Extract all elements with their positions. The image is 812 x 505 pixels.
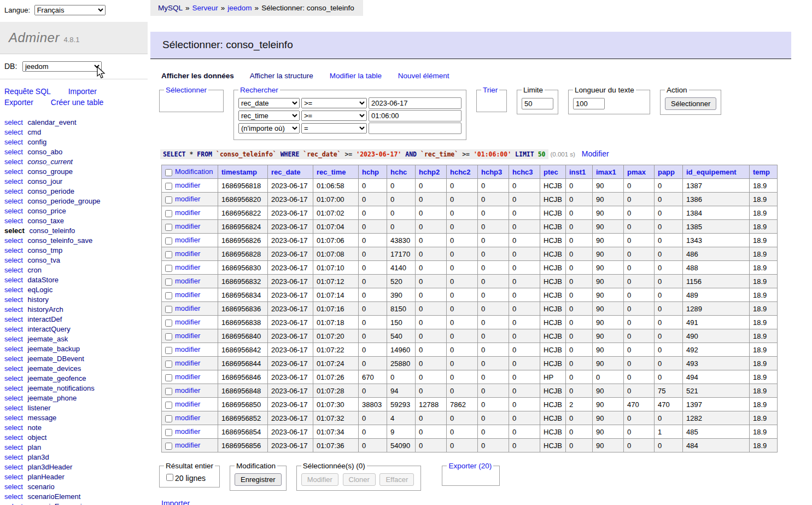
table-select-link-scenario[interactable]: select [4, 483, 23, 491]
column-sort-link-hchp[interactable]: hchp [362, 168, 379, 176]
table-select-link-jeemate_ask[interactable]: select [4, 335, 23, 343]
row-checkbox-19[interactable] [165, 443, 172, 450]
table-select-link-jeemate_geofence[interactable]: select [4, 374, 23, 382]
search-legend-link[interactable]: Rechercher [240, 86, 278, 94]
language-select[interactable]: Français [34, 5, 106, 15]
save-button[interactable]: Enregistrer [235, 473, 282, 486]
row-modifier-link-14[interactable]: modifier [175, 373, 200, 381]
column-sort-link-inst1[interactable]: inst1 [569, 168, 586, 176]
table-name-link-calendar_event[interactable]: calendar_event [28, 118, 77, 126]
modification-header-link[interactable]: Modification [175, 167, 213, 176]
table-select-link-jeemate_backup[interactable]: select [4, 345, 23, 353]
row-checkbox-12[interactable] [165, 347, 172, 354]
table-name-link-jeemate_backup[interactable]: jeemate_backup [28, 345, 80, 353]
table-select-link-conso_current[interactable]: select [4, 158, 23, 166]
search-value-input-0[interactable] [369, 97, 462, 109]
table-name-link-scenarioExpression[interactable]: scenarioExpression [28, 502, 90, 505]
table-name-link-conso_tmp[interactable]: conso_tmp [28, 246, 63, 254]
table-name-link-plan3dHeader[interactable]: plan3dHeader [28, 463, 73, 471]
tab-show-structure[interactable]: Afficher la structure [250, 72, 313, 80]
row-checkbox-3[interactable] [165, 224, 172, 231]
row-modifier-link-18[interactable]: modifier [175, 427, 200, 436]
table-name-link-cmd[interactable]: cmd [28, 128, 42, 136]
sql-edit-link[interactable]: Modifier [582, 149, 609, 158]
table-select-link-history[interactable]: select [4, 295, 23, 304]
column-sort-link-hchp2[interactable]: hchp2 [419, 168, 440, 176]
table-name-link-conso_groupe[interactable]: conso_groupe [28, 167, 73, 176]
table-select-link-conso_periode_groupe[interactable]: select [4, 197, 23, 205]
row-modifier-link-17[interactable]: modifier [175, 414, 200, 422]
row-modifier-link-0[interactable]: modifier [175, 181, 200, 189]
edit-selected-button[interactable]: Modifier [301, 473, 338, 486]
table-name-link-interactDef[interactable]: interactDef [28, 315, 62, 323]
table-select-link-plan3d[interactable]: select [4, 453, 23, 461]
table-select-link-note[interactable]: select [4, 423, 23, 432]
tab-show-data[interactable]: Afficher les données [161, 72, 234, 80]
row-modifier-link-13[interactable]: modifier [175, 359, 200, 367]
table-name-link-jeemate_DBevent[interactable]: jeemate_DBevent [28, 355, 84, 363]
row-checkbox-7[interactable] [165, 278, 172, 286]
table-name-link-conso_tva[interactable]: conso_tva [28, 256, 60, 264]
table-name-link-plan[interactable]: plan [28, 443, 42, 451]
column-sort-link-hchc2[interactable]: hchc2 [450, 168, 471, 176]
table-name-link-object[interactable]: object [28, 433, 47, 442]
table-name-link-conso_taxe[interactable]: conso_taxe [28, 217, 65, 225]
row-modifier-link-19[interactable]: modifier [175, 441, 200, 449]
row-modifier-link-1[interactable]: modifier [175, 195, 200, 203]
row-checkbox-18[interactable] [165, 429, 172, 436]
row-modifier-link-11[interactable]: modifier [175, 332, 200, 340]
search-column-select-2[interactable]: (n'importe où) [238, 123, 300, 133]
table-name-link-conso_teleinfo_save[interactable]: conso_teleinfo_save [28, 236, 93, 245]
table-name-link-history[interactable]: history [28, 295, 49, 304]
tab-new-item[interactable]: Nouvel élément [398, 72, 449, 80]
table-name-link-plan3d[interactable]: plan3d [28, 453, 49, 461]
table-name-link-scenarioElement[interactable]: scenarioElement [28, 492, 81, 501]
table-select-link-conso_teleinfo_save[interactable]: select [4, 236, 23, 245]
column-sort-link-hchc3[interactable]: hchc3 [512, 168, 533, 176]
tab-alter-table[interactable]: Modifier la table [330, 72, 382, 80]
table-select-link-config[interactable]: select [4, 138, 23, 146]
row-modifier-link-16[interactable]: modifier [175, 400, 200, 408]
table-name-link-eqLogic[interactable]: eqLogic [28, 286, 53, 294]
table-select-link-jeemate_notifications[interactable]: select [4, 384, 23, 392]
sort-legend-link[interactable]: Trier [483, 86, 498, 94]
sql-query-link[interactable]: Requête SQL [4, 87, 51, 96]
table-name-link-scenario[interactable]: scenario [28, 483, 55, 491]
delete-selected-button[interactable]: Effacer [379, 473, 414, 486]
row-modifier-link-12[interactable]: modifier [175, 345, 200, 353]
column-sort-link-id_equipement[interactable]: id_equipement [686, 168, 737, 176]
row-modifier-link-9[interactable]: modifier [175, 304, 200, 312]
column-sort-link-hchp3[interactable]: hchp3 [481, 168, 502, 176]
row-checkbox-15[interactable] [165, 388, 172, 395]
row-modifier-link-5[interactable]: modifier [175, 249, 200, 258]
search-operator-select-1[interactable]: >= [301, 111, 367, 121]
table-select-link-interactQuery[interactable]: select [4, 325, 23, 333]
row-modifier-link-8[interactable]: modifier [175, 291, 200, 299]
column-sort-link-papp[interactable]: papp [658, 168, 675, 176]
table-select-link-plan[interactable]: select [4, 443, 23, 451]
search-operator-select-0[interactable]: >= [301, 98, 367, 108]
table-select-link-scenarioExpression[interactable]: select [4, 502, 23, 505]
table-name-link-conso_periode[interactable]: conso_periode [28, 187, 74, 195]
row-modifier-link-2[interactable]: modifier [175, 208, 200, 217]
table-select-link-conso_tmp[interactable]: select [4, 246, 23, 254]
table-select-link-conso_groupe[interactable]: select [4, 167, 23, 176]
row-checkbox-10[interactable] [165, 320, 172, 327]
row-modifier-link-6[interactable]: modifier [175, 263, 200, 271]
limit-input[interactable] [522, 98, 553, 109]
column-sort-link-temp[interactable]: temp [753, 168, 770, 176]
select-all-checkbox[interactable] [165, 169, 172, 176]
table-select-link-listener[interactable]: select [4, 404, 23, 412]
column-sort-link-imax1[interactable]: imax1 [596, 168, 616, 176]
export-link-sidebar[interactable]: Exporter [4, 98, 33, 107]
row-checkbox-0[interactable] [165, 183, 172, 190]
search-value-input-2[interactable] [369, 123, 462, 134]
breadcrumb-database[interactable]: jeedom [227, 4, 252, 12]
table-name-link-conso_current[interactable]: conso_current [28, 158, 73, 166]
table-select-link-planHeader[interactable]: select [4, 473, 23, 481]
table-select-link-cron[interactable]: select [4, 266, 23, 274]
column-sort-link-ptec[interactable]: ptec [544, 168, 558, 176]
row-checkbox-14[interactable] [165, 374, 172, 381]
row-modifier-link-7[interactable]: modifier [175, 277, 200, 285]
table-select-link-plan3dHeader[interactable]: select [4, 463, 23, 471]
